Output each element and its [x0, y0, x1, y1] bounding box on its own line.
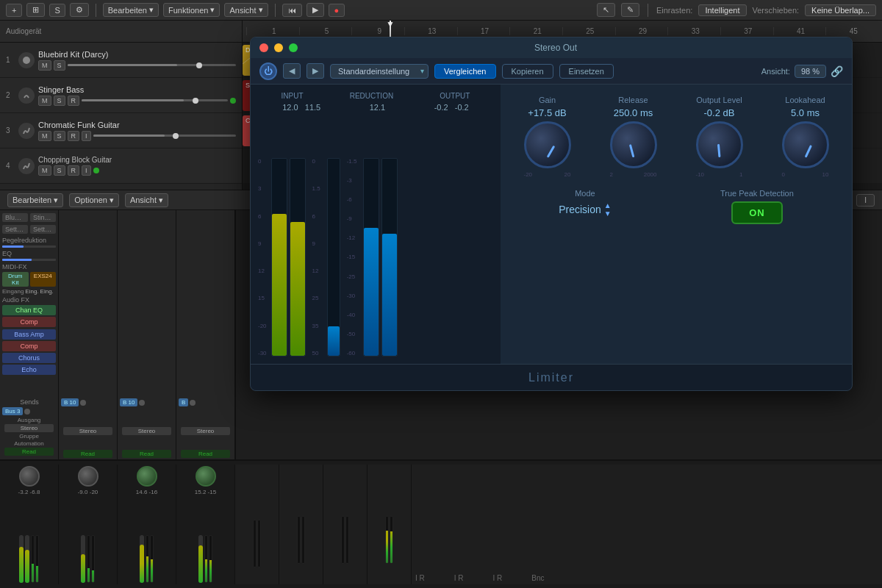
- power-button[interactable]: ⏻: [259, 62, 277, 80]
- pointer-tool[interactable]: ↖: [597, 3, 615, 17]
- play-button[interactable]: ▶: [306, 3, 324, 17]
- ch1-fx4[interactable]: Comp: [2, 341, 56, 351]
- track-1-volume[interactable]: [68, 64, 236, 66]
- track-name-display[interactable]: S: [49, 4, 65, 17]
- ch3-output[interactable]: Stereo: [122, 427, 172, 435]
- ch1-auto-val[interactable]: Read: [4, 448, 54, 456]
- track-2-solo[interactable]: S: [54, 96, 65, 106]
- send-btn-2[interactable]: B 10: [61, 398, 79, 406]
- lookahead-label: Lookahead: [785, 96, 825, 104]
- ch1-fx6[interactable]: Echo: [2, 365, 56, 375]
- track-4-mute[interactable]: M: [38, 165, 51, 176]
- options-menu[interactable]: Optionen ▾: [69, 193, 119, 207]
- ch1-fader-r[interactable]: [25, 535, 29, 583]
- ch3-pan-knob[interactable]: [137, 466, 157, 487]
- ch1-output[interactable]: Stereo: [4, 424, 54, 432]
- meter-scale-mid: 0 1.5 6 9 12 25 35 50: [312, 158, 320, 356]
- ch4-auto[interactable]: Read: [181, 450, 231, 458]
- ch4-pan-knob[interactable]: [196, 466, 216, 487]
- track-3-volume[interactable]: [93, 135, 236, 137]
- send-btn-1[interactable]: Bus 3: [2, 407, 23, 415]
- pencil-tool[interactable]: ✎: [621, 3, 639, 17]
- release-knob[interactable]: [610, 121, 657, 168]
- ir-btn[interactable]: I: [856, 194, 875, 207]
- track-1-solo[interactable]: S: [54, 60, 65, 71]
- ansicht-menu[interactable]: Ansicht ▾: [224, 3, 268, 17]
- settings-button[interactable]: ⚙: [70, 3, 89, 17]
- view-value[interactable]: 98 %: [795, 65, 826, 78]
- track-4-record[interactable]: R: [68, 165, 80, 176]
- rewind-button[interactable]: ⏮: [282, 4, 302, 17]
- track-2-volume[interactable]: [82, 99, 228, 101]
- ch3-auto[interactable]: Read: [122, 450, 172, 458]
- ruler-mark: 41: [773, 27, 826, 35]
- gain-knob[interactable]: [524, 121, 571, 168]
- ch1-fx2[interactable]: Comp: [2, 317, 56, 327]
- ch1-setting2[interactable]: Stinger...: [30, 213, 56, 222]
- track-4-solo[interactable]: S: [54, 165, 65, 176]
- ch4-fader[interactable]: [198, 535, 203, 583]
- tpd-button[interactable]: ON: [731, 201, 783, 224]
- bearbeiten-menu[interactable]: Bearbeiten ▾: [103, 3, 159, 17]
- ch1-fader[interactable]: [19, 535, 24, 583]
- ch-exs24[interactable]: EXS24: [30, 272, 57, 287]
- track-2-record[interactable]: R: [68, 96, 80, 106]
- preset-dropdown[interactable]: Standardeinstellung: [330, 64, 429, 79]
- track-3-solo[interactable]: S: [54, 131, 65, 141]
- funktionen-menu[interactable]: Funktionen ▾: [163, 3, 220, 17]
- meters-values: 12.0 11.5 12.1 -0.2 -0.2: [258, 103, 493, 112]
- track-4-i[interactable]: I: [82, 165, 91, 176]
- loop-button[interactable]: ⊞: [26, 3, 45, 17]
- track-1-mute[interactable]: M: [38, 60, 51, 71]
- track-3-i[interactable]: I: [82, 131, 91, 141]
- add-track-button[interactable]: +: [6, 4, 22, 17]
- ch1-fx3[interactable]: Bass Amp: [2, 329, 56, 340]
- minimize-button[interactable]: [274, 43, 283, 52]
- ch5-fader-strip: [235, 465, 279, 584]
- ch2-fader-strip: -9.0 -20: [59, 465, 118, 584]
- compare-button[interactable]: Vergleichen: [434, 64, 496, 79]
- track-3-mute[interactable]: M: [38, 131, 51, 141]
- ch1-setting4[interactable]: Setting: [30, 225, 56, 234]
- close-button[interactable]: [259, 43, 268, 52]
- ch2-fader[interactable]: [81, 535, 85, 583]
- ch2-output[interactable]: Stereo: [63, 427, 113, 435]
- view-menu[interactable]: Ansicht ▾: [125, 193, 168, 207]
- gain-scale: -20 20: [524, 171, 571, 178]
- ch1-pan-knob[interactable]: [19, 466, 40, 487]
- ch2-pan-knob[interactable]: [78, 466, 98, 487]
- lookahead-knob[interactable]: [782, 121, 829, 168]
- link-icon[interactable]: 🔗: [831, 65, 843, 77]
- snap-value[interactable]: Intelligent: [698, 4, 746, 16]
- output-level-knob[interactable]: [696, 121, 743, 168]
- ch1-setting1[interactable]: Bluebird: [2, 213, 28, 222]
- track-3-record[interactable]: R: [68, 131, 80, 141]
- track-3-header: 3 Chromatic Funk Guitar M S R I: [0, 113, 243, 148]
- edit-menu[interactable]: Bearbeiten ▾: [7, 193, 63, 207]
- plugin-footer-name: Limiter: [528, 371, 574, 384]
- ch2-auto[interactable]: Read: [63, 450, 113, 458]
- ch1-fx1[interactable]: Chan EQ: [2, 305, 56, 315]
- send-btn-4[interactable]: B: [179, 398, 188, 406]
- copy-button[interactable]: Kopieren: [502, 64, 553, 79]
- track-2-mute[interactable]: M: [38, 96, 51, 106]
- mode-value-btn[interactable]: Precision ▲ ▼: [559, 201, 612, 218]
- record-button[interactable]: ●: [329, 4, 345, 17]
- track-1-icon: [18, 52, 35, 68]
- track-2-btns: M S R: [38, 96, 236, 106]
- ch3-fader[interactable]: [140, 535, 144, 583]
- ch1-setting3[interactable]: Setting: [2, 225, 28, 234]
- release-scale: 2 2000: [610, 171, 657, 178]
- ch-drum-kit[interactable]: Drum Kit: [2, 272, 29, 287]
- track-2-header: 2 Stinger Bass M S R: [0, 78, 243, 112]
- ch1-fx5[interactable]: Chorus: [2, 353, 56, 363]
- ch3-pan-val: 14.6 -16: [136, 489, 157, 495]
- apply-button[interactable]: Einsetzen: [559, 64, 614, 79]
- ch4-output[interactable]: Stereo: [181, 427, 231, 435]
- move-value[interactable]: Keine Überlap...: [805, 4, 876, 16]
- maximize-button[interactable]: [289, 43, 298, 52]
- send-btn-3[interactable]: B 10: [120, 398, 137, 406]
- next-preset-button[interactable]: ▶: [306, 63, 324, 79]
- track-2-name: Stinger Bass: [38, 85, 236, 94]
- prev-preset-button[interactable]: ◀: [283, 63, 301, 79]
